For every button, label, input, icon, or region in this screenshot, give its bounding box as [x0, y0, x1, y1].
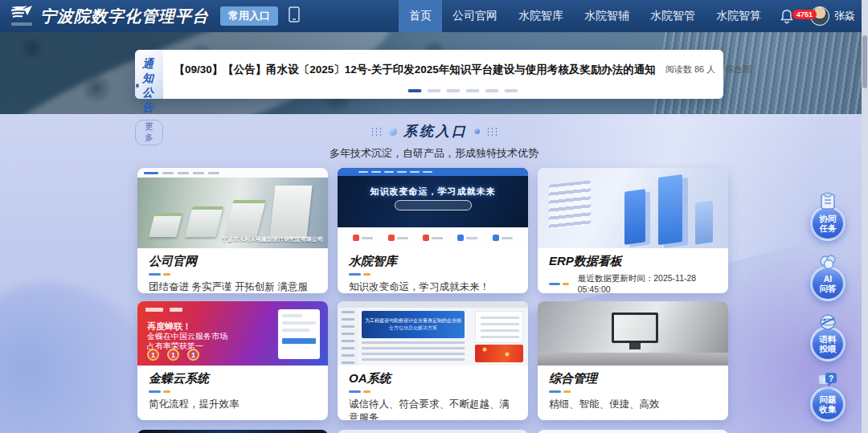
notice-dot[interactable] [485, 89, 498, 92]
float-label: 协同 [820, 214, 837, 223]
card-title: ERP数据看板 [549, 254, 717, 269]
card-oa-system[interactable]: 为工程建设与勘察设计企业量身定制的企业级 全方位信息化解决方案 OA系统 诚信待… [338, 301, 528, 420]
nav-item-manage[interactable]: 水院智管 [640, 0, 706, 32]
section-subtitle: 多年技术沉淀，自研产品，形成独特技术优势 [0, 146, 868, 161]
notification-badge: 4751 [792, 10, 817, 19]
card-description: 知识改变命运，学习成就未来！ [349, 280, 517, 293]
background-blob-left [0, 283, 153, 433]
kingdee-login-panel [278, 309, 320, 359]
knowledge-image-headline: 知识改变命运，学习成就未来 [338, 186, 528, 198]
clipboard-icon [819, 191, 837, 210]
card-erp-image [538, 168, 728, 248]
dot-grid-decoration [371, 127, 382, 136]
card-company-site[interactable]: 宁波市水利水电规划设计研究院有限公司 公司官网 团结奋进 务实严谨 开拓创新 满… [137, 168, 328, 293]
section-title: 系统入口 [403, 122, 468, 141]
peek-card[interactable] [538, 430, 728, 433]
app-logo [8, 4, 35, 28]
logo-swoosh-icon [10, 4, 34, 22]
card-title: 金蝶云系统 [149, 371, 317, 386]
peek-card[interactable] [137, 430, 328, 433]
section-header: 系统入口 多年技术沉淀，自研产品，形成独特技术优势 [0, 122, 868, 161]
notification-bell[interactable]: 4751 [780, 8, 794, 24]
nav-item-knowledge[interactable]: 水院智库 [508, 0, 574, 32]
card-title: 水院智库 [349, 254, 517, 269]
notice-dot[interactable] [465, 89, 479, 92]
card-erp-dashboard[interactable]: ERP数据看板 最近数据更新时间：2025-11-28 05:45:00 洞察经… [538, 168, 728, 293]
svg-text:?: ? [822, 377, 826, 384]
card-oa-image: 为工程建设与勘察设计企业量身定制的企业级 全方位信息化解决方案 [338, 301, 528, 366]
card-description: 简化流程，提升效率 [149, 398, 317, 411]
kingdee-medals: 1 1 1 [147, 349, 199, 361]
medal-icon: 1 [187, 349, 199, 361]
float-label: 收集 [820, 404, 837, 414]
globe-icon [819, 312, 837, 331]
medal-icon: 1 [167, 349, 179, 361]
page-scrollbar [862, 0, 868, 433]
notice-more-button[interactable]: 更多 [135, 120, 163, 145]
bell-icon [780, 8, 794, 24]
notice-dept-label: 综合部 [725, 63, 751, 76]
card-kingdee-image: 再度蝉联！ 金蝶在中国云服务市场 占有率荣获第一 1 1 1 [137, 301, 328, 366]
oa-banner-line: 为工程建设与勘察设计企业量身定制的企业级 [362, 317, 465, 325]
notice-read-count: 阅读数 86 人 [665, 63, 715, 76]
logo-subtext-bar [11, 22, 32, 26]
third-row-peek [137, 430, 728, 433]
float-label: AI [824, 274, 833, 284]
oa-banner-line: 全方位信息化解决方案 [362, 325, 465, 332]
quick-entry-button[interactable]: 常用入口 [220, 6, 278, 26]
floating-toolbar: 协同 任务 AI 问答 语料 投喂 ?? [804, 191, 852, 432]
knowledge-image-searchbar [395, 200, 472, 210]
mobile-app-icon[interactable] [288, 6, 301, 26]
card-description: 诚信待人、符合要求、不断超越、满意服务 [349, 398, 517, 420]
erp-update-time: 最近数据更新时间：2025-11-28 05:45:00 [578, 273, 717, 293]
nav-item-compute[interactable]: 水院智算 [706, 0, 772, 32]
ai-cloud-icon [818, 251, 837, 271]
notice-dot[interactable] [446, 89, 460, 92]
card-kingdee-cloud[interactable]: 再度蝉联！ 金蝶在中国云服务市场 占有率荣获第一 1 1 1 金蝶云系统 简化流… [137, 301, 328, 420]
peek-card[interactable] [338, 430, 528, 433]
ball-decoration [388, 127, 397, 136]
issue-collect-button[interactable]: ?? 问题 收集 [804, 372, 852, 425]
dot-grid-decoration [486, 127, 497, 136]
page-title: 宁波院数字化管理平台 [40, 6, 209, 27]
notice-left-panel: 通知公告 更多 [135, 50, 163, 99]
nav-item-assist[interactable]: 水院智辅 [574, 0, 640, 32]
notice-dot[interactable] [407, 89, 421, 92]
float-label: 语料 [820, 334, 837, 344]
nav-item-home[interactable]: 首页 [399, 0, 442, 32]
float-label: 投喂 [820, 344, 837, 353]
announcement-bell-icon [135, 80, 140, 92]
card-title: 公司官网 [149, 254, 317, 269]
notice-panel-title: 通知公告 [142, 57, 163, 115]
float-label: 问题 [820, 394, 837, 404]
question-bubble-icon: ?? [817, 372, 838, 391]
scrollbar-thumb[interactable] [862, 35, 867, 88]
main-nav: 首页 公司官网 水院智库 水院智辅 水院智管 水院智算 4751 张焱 [399, 0, 868, 32]
card-title: 综合管理 [549, 371, 717, 386]
notice-item-link[interactable]: 【09/30】【公告】甬水设〔2025〕12号-关于印发2025年知识平台建设与… [174, 63, 656, 77]
corpus-feed-button[interactable]: 语料 投喂 [804, 312, 852, 365]
svg-text:?: ? [829, 374, 833, 383]
card-company-site-image: 宁波市水利水电规划设计研究院有限公司 [137, 168, 328, 248]
system-entry-grid: 宁波市水利水电规划设计研究院有限公司 公司官网 团结奋进 务实严谨 开拓创新 满… [137, 168, 728, 420]
main-content: 系统入口 多年技术沉淀，自研产品，形成独特技术优势 宁波市水利水电规划设计研究院… [0, 114, 868, 433]
card-general-management[interactable]: 综合管理 精细、智能、便捷、高效 [538, 301, 728, 420]
card-description: 团结奋进 务实严谨 开拓创新 满意服务 [149, 280, 317, 293]
notice-dot[interactable] [427, 89, 440, 92]
username-label[interactable]: 张焱 [834, 9, 855, 23]
notice-main: 【09/30】【公告】甬水设〔2025〕12号-关于印发2025年知识平台建设与… [163, 50, 764, 99]
nav-item-official-site[interactable]: 公司官网 [442, 0, 508, 32]
card-title: OA系统 [349, 371, 517, 386]
card-knowledge-base[interactable]: 知识改变命运，学习成就未来 水院智库 知识改变命运，学习成就未来！ [338, 168, 528, 293]
collab-tasks-button[interactable]: 协同 任务 [804, 191, 852, 244]
ai-qa-button[interactable]: AI 问答 [804, 251, 852, 304]
company-image-caption: 宁波市水利水电规划设计研究院有限公司 [222, 235, 323, 243]
ball-decoration [474, 129, 480, 134]
notice-dot[interactable] [504, 89, 518, 92]
float-label: 问答 [820, 284, 837, 293]
notice-board: 通知公告 更多 【09/30】【公告】甬水设〔2025〕12号-关于印发2025… [135, 50, 723, 99]
notice-pagination [407, 89, 518, 92]
card-management-image [538, 301, 728, 366]
oa-red-banner [475, 345, 523, 362]
portal-page: 宁波院数字化管理平台 常用入口 首页 公司官网 水院智库 水院智辅 水院智管 水… [0, 0, 868, 433]
